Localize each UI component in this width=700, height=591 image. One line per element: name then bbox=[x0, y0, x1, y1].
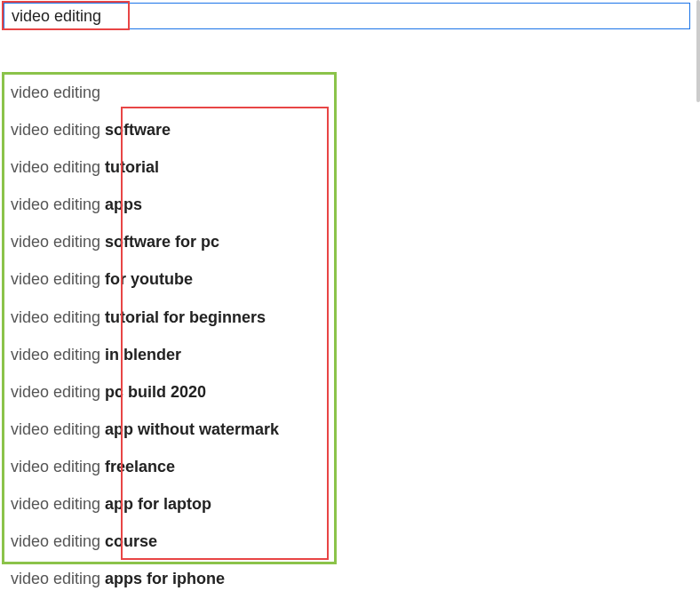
suggestion-completion: tutorial bbox=[105, 158, 159, 176]
suggestion-item[interactable]: video editing pc build 2020 bbox=[4, 373, 337, 411]
suggestion-prefix: video editing bbox=[11, 196, 105, 213]
suggestion-prefix: video editing bbox=[11, 121, 105, 139]
suggestion-completion: software bbox=[105, 121, 171, 139]
suggestion-item[interactable]: video editing software bbox=[4, 111, 337, 148]
suggestion-prefix: video editing bbox=[11, 84, 100, 101]
suggestion-prefix: video editing bbox=[11, 346, 105, 363]
suggestion-prefix: video editing bbox=[11, 458, 105, 475]
suggestion-completion: app without watermark bbox=[105, 420, 279, 438]
suggestion-prefix: video editing bbox=[11, 233, 105, 251]
suggestion-item[interactable]: video editing freelance bbox=[4, 448, 337, 485]
suggestion-prefix: video editing bbox=[11, 383, 105, 401]
scrollbar-thumb[interactable] bbox=[696, 0, 700, 102]
suggestion-completion: for youtube bbox=[105, 270, 193, 288]
suggestion-prefix: video editing bbox=[11, 420, 105, 438]
suggestion-item[interactable]: video editing tutorial for beginners bbox=[4, 299, 337, 336]
suggestion-completion: app for laptop bbox=[105, 495, 211, 513]
scrollbar-track bbox=[696, 0, 700, 591]
suggestion-item[interactable]: video editing in blender bbox=[4, 336, 337, 373]
suggestion-item[interactable]: video editing tutorial bbox=[4, 148, 337, 186]
suggestion-item[interactable]: video editing app without watermark bbox=[4, 411, 337, 448]
suggestion-completion: pc build 2020 bbox=[105, 383, 206, 401]
suggestion-prefix: video editing bbox=[11, 495, 105, 513]
suggestion-item[interactable]: video editing course bbox=[4, 523, 337, 560]
suggestion-completion: tutorial for beginners bbox=[105, 308, 266, 326]
suggestion-item[interactable]: video editing apps for iphone bbox=[4, 560, 337, 591]
search-input[interactable] bbox=[4, 3, 690, 29]
suggestion-item[interactable]: video editing bbox=[4, 74, 337, 111]
suggestion-item[interactable]: video editing apps bbox=[4, 186, 337, 223]
suggestion-item[interactable]: video editing software for pc bbox=[4, 223, 337, 260]
suggestion-prefix: video editing bbox=[11, 308, 105, 326]
suggestion-prefix: video editing bbox=[11, 158, 105, 176]
suggestion-prefix: video editing bbox=[11, 532, 105, 550]
suggestion-completion: apps bbox=[105, 196, 142, 213]
suggestions-dropdown: video editing video editing software vid… bbox=[4, 74, 337, 591]
suggestion-completion: freelance bbox=[105, 458, 175, 475]
suggestion-prefix: video editing bbox=[11, 270, 105, 288]
suggestion-item[interactable]: video editing for youtube bbox=[4, 260, 337, 298]
suggestion-completion: in blender bbox=[105, 346, 181, 363]
suggestion-completion: apps for iphone bbox=[105, 570, 225, 587]
suggestion-completion: software for pc bbox=[105, 233, 219, 251]
suggestion-completion: course bbox=[105, 532, 157, 550]
suggestion-prefix: video editing bbox=[11, 570, 105, 587]
suggestion-item[interactable]: video editing app for laptop bbox=[4, 485, 337, 523]
